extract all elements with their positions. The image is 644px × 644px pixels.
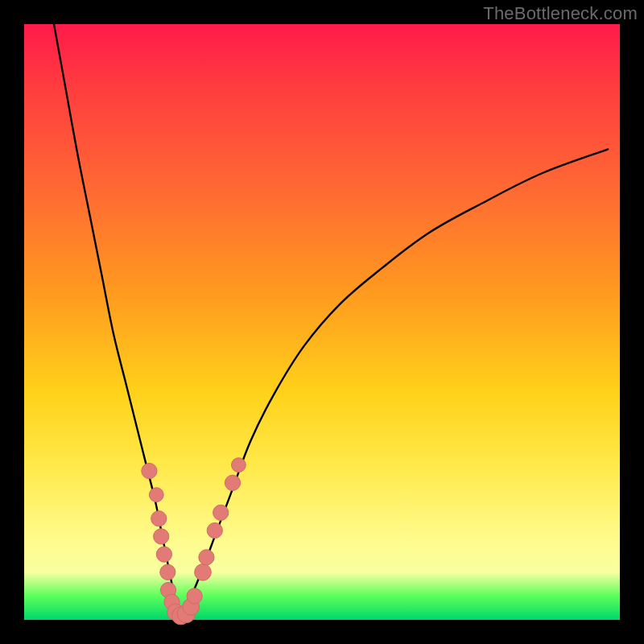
data-marker [199,550,214,565]
data-marker [156,547,171,562]
data-marker [232,458,246,473]
chart-frame: TheBottleneck.com [0,0,644,644]
data-marker [225,475,240,490]
curve-right-branch [179,149,608,620]
curve-layer [54,24,608,620]
marker-layer [142,458,246,625]
data-marker [151,511,167,526]
data-marker [187,588,202,604]
data-marker [149,488,163,502]
data-marker [160,564,175,580]
data-marker [195,564,212,580]
data-marker [207,522,222,538]
plot-area [24,24,620,620]
data-marker [213,505,229,520]
data-marker [142,463,157,478]
data-marker [154,529,169,544]
chart-svg [24,24,620,620]
watermark-text: TheBottleneck.com [483,3,638,24]
